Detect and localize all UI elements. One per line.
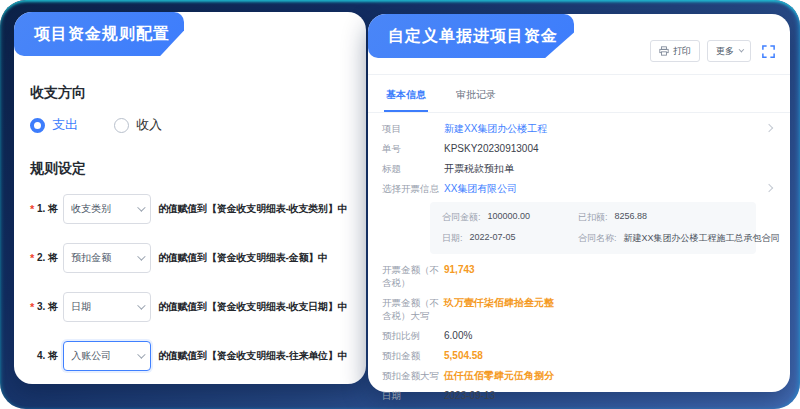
contract-date-value: 2022-07-05 [470,232,516,245]
rule-config-panel: 项目资金规则配置 收支方向 支出 收入 规则设定 * 1. 将 [14,12,366,384]
field-row-withhold-amount: 预扣金额 5,504.58 [382,349,776,362]
chevron-right-icon[interactable] [765,184,773,192]
rule-2-field-select[interactable]: 预扣金额 [63,243,151,273]
fullscreen-button[interactable] [761,44,776,59]
contract-name-label: 合同名称: [578,232,617,245]
rules-section-label: 规则设定 [30,160,350,178]
rule-suffix: 的值赋值到【资金收支明细表-收支类别】中 [158,202,347,216]
select-value: 入账公司 [71,349,111,363]
direction-section-label: 收支方向 [30,84,350,102]
field-row-invoice-amount-caps: 开票金额（不含税）大写 玖万壹仟柒佰肆拾叁元整 [382,296,776,322]
rule-prefix: 4. 将 [37,349,58,363]
radio-selected-icon [30,118,45,133]
chevron-down-icon [137,301,145,309]
field-row-doc-no: 单号 KPSKY20230913004 [382,142,776,155]
direction-radio-group: 支出 收入 [30,116,350,134]
tab-basic-info[interactable]: 基本信息 [384,82,428,112]
select-value: 预扣金额 [71,251,111,265]
doc-no-value: KPSKY20230913004 [444,142,539,155]
header-divider [368,74,790,75]
radio-expense[interactable]: 支出 [30,116,78,134]
field-label: 日期 [382,389,444,402]
radio-expense-label: 支出 [52,116,78,134]
field-row-project: 项目 新建XX集团办公楼工程 [382,122,776,135]
field-label: 开票金额（不含税）大写 [382,296,444,322]
app-frame: 项目资金规则配置 收支方向 支出 收入 规则设定 * 1. 将 [0,0,800,409]
printer-icon [659,46,669,56]
radio-income-label: 收入 [136,116,162,134]
rule-suffix: 的值赋值到【资金收支明细表-金额】中 [158,251,328,265]
rule-4-field-select[interactable]: 入账公司 [63,341,151,371]
rules-list: * 1. 将 收支类别 的值赋值到【资金收支明细表-收支类别】中 * 2. 将 … [30,194,350,371]
contract-amount-value: 100000.00 [488,211,531,224]
rule-row-1: * 1. 将 收支类别 的值赋值到【资金收支明细表-收支类别】中 [30,194,350,224]
required-asterisk: * [30,252,37,264]
chevron-down-icon [739,47,745,53]
withhold-amount-value: 5,504.58 [444,349,483,362]
field-row-date: 日期 2023-09-13 [382,389,776,402]
rule-3-field-select[interactable]: 日期 [63,292,151,322]
field-row-invoice-info: 选择开票信息 XX集团有限公司 [382,182,776,195]
field-label: 标题 [382,162,444,175]
select-value: 日期 [71,300,91,314]
tab-approval-log[interactable]: 审批记录 [454,82,498,112]
field-row-withhold-ratio: 预扣比例 6.00% [382,329,776,342]
radio-income[interactable]: 收入 [114,116,162,134]
document-toolbar: 打印 更多 [650,40,776,62]
invoice-amount-caps-value: 玖万壹仟柒佰肆拾叁元整 [444,296,554,309]
fullscreen-icon [761,44,776,59]
contract-amount-label: 合同金额: [442,211,481,224]
detail-fields: 项目 新建XX集团办公楼工程 单号 KPSKY20230913004 标题 开票… [368,113,790,409]
contract-name-value: 新建XX集团办公楼工程施工总承包合同 [623,232,779,245]
rule-row-2: * 2. 将 预扣金额 的值赋值到【资金收支明细表-金额】中 [30,243,350,273]
doc-title-value: 开票税款预扣单 [444,162,514,175]
field-row-invoice-amount: 开票金额（不含税） 91,743 [382,263,776,289]
select-value: 收支类别 [71,202,111,216]
field-label: 预扣比例 [382,329,444,342]
field-row-withhold-amount-caps: 预扣金额大写 伍仟伍佰零肆元伍角捌分 [382,369,776,382]
chevron-right-icon[interactable] [765,124,773,132]
rule-suffix: 的值赋值到【资金收支明细表-收支日期】中 [158,300,347,314]
field-label: 选择开票信息 [382,182,444,195]
field-label: 单号 [382,142,444,155]
withhold-ratio-value: 6.00% [444,329,472,342]
chevron-down-icon [137,350,145,358]
document-detail-panel: 自定义单据进项目资金 打印 更多 基本信息 [368,14,790,392]
field-label: 开票金额（不含税） [382,263,444,289]
more-button[interactable]: 更多 [707,40,751,62]
contract-date-label: 日期: [442,232,463,245]
print-button-label: 打印 [673,45,691,58]
project-link[interactable]: 新建XX集团办公楼工程 [444,122,547,135]
contract-info-box: 合同金额: 100000.00 已扣额: 8256.88 日期: 2022-07… [430,202,756,254]
more-button-label: 更多 [716,45,734,58]
date-value: 2023-09-13 [444,389,495,402]
chevron-down-icon [137,252,145,260]
withhold-amount-caps-value: 伍仟伍佰零肆元伍角捌分 [444,369,554,382]
rule-row-3: * 3. 将 日期 的值赋值到【资金收支明细表-收支日期】中 [30,292,350,322]
chevron-down-icon [137,203,145,211]
field-label: 项目 [382,122,444,135]
rule-prefix: 1. 将 [37,202,58,216]
detail-tabs: 基本信息 审批记录 [368,82,790,113]
withheld-label: 已扣额: [578,211,608,224]
invoice-info-link[interactable]: XX集团有限公司 [444,182,517,195]
rule-row-4: 4. 将 入账公司 的值赋值到【资金收支明细表-往来单位】中 [30,341,350,371]
print-button[interactable]: 打印 [650,40,700,62]
radio-unselected-icon [114,118,129,133]
rule-prefix: 3. 将 [37,300,58,314]
field-label: 预扣金额 [382,349,444,362]
left-panel-title: 项目资金规则配置 [14,12,184,56]
field-row-doc-title: 标题 开票税款预扣单 [382,162,776,175]
field-label: 预扣金额大写 [382,369,444,382]
rule-prefix: 2. 将 [37,251,58,265]
invoice-amount-value: 91,743 [444,263,475,276]
right-panel-title: 自定义单据进项目资金 [368,14,574,58]
withheld-value: 8256.88 [614,211,647,224]
required-asterisk: * [30,203,37,215]
rule-1-field-select[interactable]: 收支类别 [63,194,151,224]
required-asterisk: * [30,301,37,313]
rule-suffix: 的值赋值到【资金收支明细表-往来单位】中 [158,349,347,363]
